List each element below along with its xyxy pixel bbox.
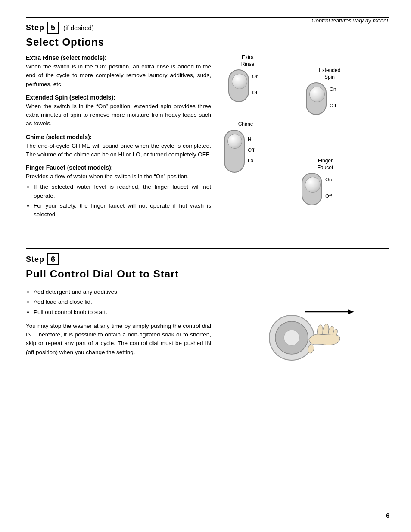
step6-number-box: 6 (47, 253, 59, 265)
finger-faucet-oval (302, 173, 322, 205)
step6-bullet-3: Pull out control knob to start. (34, 308, 211, 317)
chime-lo: Lo (248, 157, 254, 164)
chime-switch-row: Hi Off Lo (224, 130, 254, 173)
finger-2 (323, 324, 329, 334)
extra-rinse-oval (228, 69, 249, 102)
pull-dial-svg (249, 295, 361, 364)
extended-spin-on: On (330, 86, 336, 93)
extended-spin-switch: ExtendedSpin On Off (306, 67, 353, 115)
finger-faucet-sw-labels: On Off (325, 176, 332, 202)
extended-spin-label: ExtendedSpin (306, 67, 353, 81)
finger-faucet-bullets: If the selected water level is reached, … (34, 183, 211, 219)
extra-rinse-sw-labels: On Off (252, 73, 258, 99)
chime-body: The end-of-cycle CHIME will sound once w… (26, 142, 211, 159)
step6-label: Step (26, 255, 44, 264)
step5-number-box: 5 (47, 22, 59, 34)
finger-1 (317, 325, 323, 334)
step6-bullets: Add detergent and any additives. Add loa… (34, 288, 211, 317)
extended-spin-body: When the switch is in the “On” position,… (26, 102, 211, 128)
extra-rinse-off: Off (252, 89, 258, 96)
finger-faucet-label: FingerFaucet (302, 158, 349, 171)
chime-hi: Hi (248, 136, 254, 143)
chime-label: Chime (224, 121, 267, 128)
extended-spin-off: Off (330, 102, 336, 109)
step5-title: Select Options (26, 36, 389, 48)
extended-spin-sw-labels: On Off (330, 86, 336, 112)
step5-content-row: Extra Rinse (select models): When the sw… (26, 54, 389, 235)
step5-label: Step (26, 23, 44, 32)
step6-bullet-2: Add load and close lid. (34, 298, 211, 306)
finger-faucet-intro: Provides a flow of water when the switch… (26, 172, 211, 181)
finger-faucet-heading: Finger Faucet (select models): (26, 164, 211, 171)
finger-faucet-switch: FingerFaucet On Off (302, 158, 349, 205)
chime-off: Off (248, 146, 254, 153)
extra-rinse-body: When the switch is in the “On” position,… (26, 62, 211, 89)
arrow-head (348, 309, 354, 314)
chime-oval (224, 130, 245, 173)
finger-faucet-bullet-2: For your safety, the finger faucet will … (34, 202, 211, 219)
step6-body: You may stop the washer at any time by s… (26, 322, 211, 357)
finger-faucet-on: On (325, 176, 332, 183)
extended-spin-switch-row: On Off (306, 82, 336, 115)
extra-rinse-on: On (252, 73, 258, 80)
finger-faucet-off: Off (325, 193, 332, 199)
chime-heading: Chime (select models): (26, 134, 211, 140)
finger-faucet-switch-row: On Off (302, 173, 332, 205)
step5-text-col: Extra Rinse (select models): When the sw… (26, 54, 220, 235)
page: Control features vary by model. Step 5 (… (0, 0, 411, 532)
step6-text-col: Add detergent and any additives. Add loa… (26, 286, 220, 364)
section-divider (26, 248, 389, 249)
extra-rinse-switch: ExtraRinse On Off (228, 54, 267, 102)
extended-spin-heading: Extended Spin (select models): (26, 94, 211, 101)
chime-sw-labels: Hi Off Lo (248, 136, 254, 166)
extra-rinse-heading: Extra Rinse (select models): (26, 54, 211, 61)
step6-content: Add detergent and any additives. Add loa… (26, 286, 389, 364)
page-number: 6 (386, 512, 389, 519)
finger-faucet-bullet-1: If the selected water level is reached, … (34, 183, 211, 200)
extra-rinse-label: ExtraRinse (228, 54, 267, 68)
step6-diagram (220, 286, 389, 364)
step5-sub: (if desired) (63, 24, 94, 31)
step6-title: Pull Control Dial Out to Start (26, 268, 389, 280)
chime-switch: Chime Hi Off Lo (224, 121, 267, 173)
chime-knob (227, 134, 242, 149)
step6-bullet-1: Add detergent and any additives. (34, 288, 211, 296)
top-note: Control features vary by model. (311, 17, 389, 24)
extended-spin-oval (306, 82, 327, 115)
step6-header: Step 6 (26, 253, 389, 265)
extra-rinse-switch-row: On Off (228, 69, 258, 102)
step5-diagram-col: ExtraRinse On Off ExtendedSpin On Off (220, 54, 389, 235)
dial-center (284, 330, 299, 345)
